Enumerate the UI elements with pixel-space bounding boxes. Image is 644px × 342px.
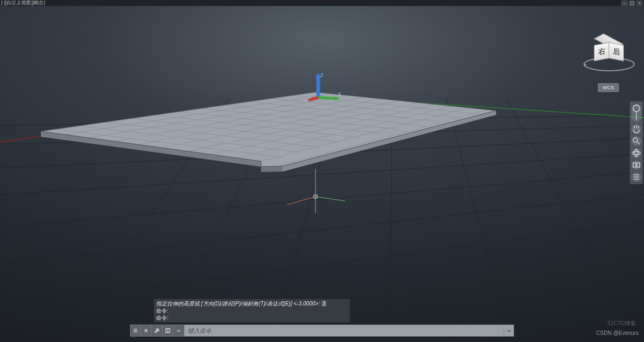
close-button[interactable]: × (636, 1, 643, 6)
svg-text:Z: Z (320, 72, 324, 78)
wcs-button[interactable]: WCS (598, 83, 619, 92)
svg-line-12 (506, 99, 642, 342)
svg-marker-47 (335, 96, 340, 101)
svg-line-4 (0, 169, 644, 229)
svg-text:X: X (307, 94, 311, 100)
scene-canvas (0, 6, 644, 342)
viewcube-front-face[interactable]: 右 (594, 42, 609, 61)
nav-orbit-icon[interactable] (631, 148, 641, 158)
window-controls: – ▢ × (621, 1, 643, 6)
svg-rect-59 (637, 163, 640, 167)
maximize-button[interactable]: ▢ (629, 1, 635, 6)
cmd-recent-icon[interactable] (163, 325, 174, 337)
navigation-bar (630, 101, 643, 184)
minimize-button[interactable]: – (621, 1, 628, 6)
cmd-dropdown-icon[interactable] (174, 325, 184, 337)
cmd-hist-line: 命令: (156, 315, 169, 321)
svg-point-56 (633, 151, 640, 155)
nav-steering-wheel-icon[interactable] (631, 103, 641, 122)
svg-line-55 (637, 142, 640, 144)
svg-point-57 (635, 149, 638, 157)
cmd-close-icon[interactable] (141, 325, 152, 337)
command-history: 指定拉伸的高度或 [方向(D)/路径(P)/倾斜角(T)/表达式(E)] <-3… (154, 299, 350, 322)
watermark-credit: CSDN @Evenurs (596, 330, 639, 336)
svg-line-40 (287, 197, 315, 205)
command-input[interactable]: 键入命令 (184, 325, 504, 337)
viewcube-side-face[interactable]: 后 (609, 42, 624, 61)
cmd-hist-line: 命令: (156, 308, 169, 314)
model-viewport[interactable]: Z X Y 右 后 WCS 指定拉伸的高度或 [方向(D)/路径(P)/倾斜角(… (0, 6, 644, 342)
svg-text:Y: Y (338, 91, 341, 97)
command-line: 键入命令 (130, 325, 514, 337)
watermark-blog: 51CTO博客 (608, 320, 636, 327)
cmd-hist-line: 指定拉伸的高度或 [方向(D)/路径(P)/倾斜角(T)/表达式(E)] <-3… (156, 301, 320, 307)
svg-line-41 (315, 197, 345, 201)
svg-line-5 (0, 191, 644, 267)
svg-line-46 (318, 97, 337, 99)
cmd-wrench-icon[interactable] (152, 325, 163, 337)
svg-point-52 (633, 105, 640, 112)
title-bar: [-][自定义视图][概念] – ▢ × (0, 0, 644, 6)
cmd-customize-icon[interactable] (130, 325, 141, 337)
nav-options-icon[interactable] (631, 172, 641, 182)
viewcube[interactable]: 右 后 (582, 36, 636, 73)
ucs-icon[interactable]: Z X Y (307, 71, 345, 104)
nav-rewind-icon[interactable] (631, 160, 641, 170)
svg-rect-58 (633, 163, 636, 167)
nav-pan-icon[interactable] (631, 124, 641, 134)
svg-point-54 (633, 138, 637, 142)
nav-zoom-icon[interactable] (631, 136, 641, 146)
svg-line-11 (446, 99, 511, 342)
extruded-solid[interactable] (41, 92, 496, 172)
command-input-drop-icon[interactable] (504, 325, 514, 337)
